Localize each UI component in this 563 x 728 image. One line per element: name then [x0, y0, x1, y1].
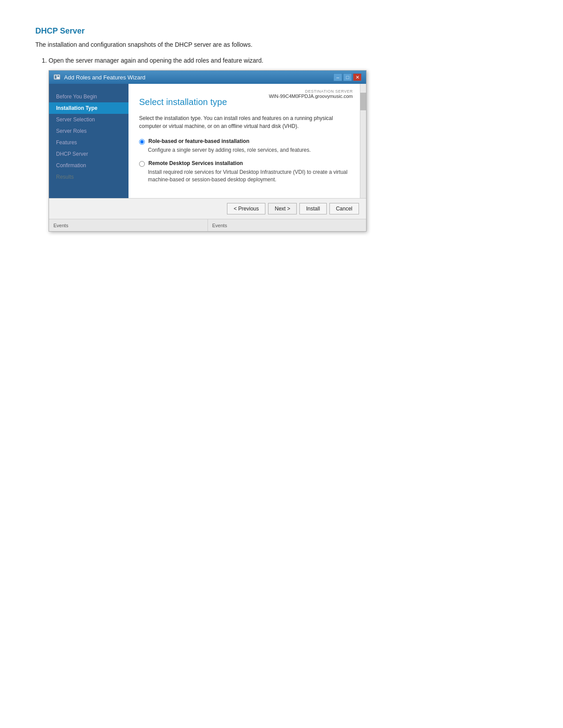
next-button[interactable]: Next >	[268, 203, 297, 214]
wizard-footer: < Previous Next > Install Cancel	[49, 198, 366, 219]
radio-role-based[interactable]	[139, 139, 145, 145]
step-item-1: Open the server manager again and openin…	[49, 57, 433, 232]
wizard-bottom-bar: Events Events	[49, 219, 366, 231]
bottom-cell-1: Events	[49, 219, 208, 231]
wizard-nav: Before You Begin Installation Type Serve…	[49, 84, 128, 198]
page-section: DHCP Server The installation and configu…	[35, 26, 433, 232]
bottom-cell-2: Events	[208, 219, 367, 231]
option-remote-desktop-desc: Install required role services for Virtu…	[148, 169, 349, 184]
option-role-based-row: Role-based or feature-based installation	[139, 138, 349, 145]
wizard-instruction: Select the installation type. You can in…	[139, 114, 349, 130]
option-role-based-desc: Configure a single server by adding role…	[148, 146, 349, 154]
wizard-content-area: DESTINATION SERVER WIN-99C4M0FPDJA.groov…	[128, 84, 366, 198]
install-button[interactable]: Install	[299, 203, 326, 214]
wizard-title: Add Roles and Features Wizard	[64, 74, 145, 81]
titlebar-controls: – □ ✕	[333, 73, 362, 81]
option-role-based-title: Role-based or feature-based installation	[148, 138, 249, 144]
wizard-window: Add Roles and Features Wizard – □ ✕ Befo…	[49, 70, 367, 232]
wizard-content: DESTINATION SERVER WIN-99C4M0FPDJA.groov…	[128, 84, 360, 198]
nav-item-results: Results	[49, 171, 128, 183]
option-role-based: Role-based or feature-based installation…	[139, 138, 349, 154]
close-button[interactable]: ✕	[353, 73, 362, 81]
section-description: The installation and configuration snaps…	[35, 41, 433, 48]
nav-item-server-roles[interactable]: Server Roles	[49, 125, 128, 137]
nav-item-features[interactable]: Features	[49, 137, 128, 148]
destination-server-name: WIN-99C4M0FPDJA.groovymusic.com	[269, 94, 353, 99]
wizard-icon	[53, 74, 60, 81]
cancel-button[interactable]: Cancel	[329, 203, 359, 214]
svg-rect-2	[57, 75, 59, 77]
maximize-button[interactable]: □	[343, 73, 352, 81]
nav-item-confirmation[interactable]: Confirmation	[49, 160, 128, 171]
option-remote-desktop: Remote Desktop Services installation Ins…	[139, 160, 349, 184]
wizard-body: Before You Begin Installation Type Serve…	[49, 84, 366, 198]
wizard-titlebar: Add Roles and Features Wizard – □ ✕	[49, 71, 366, 84]
scrollbar-thumb	[360, 93, 366, 110]
radio-remote-desktop[interactable]	[139, 161, 145, 167]
step-text-1: Open the server manager again and openin…	[49, 57, 433, 64]
section-title: DHCP Server	[35, 26, 433, 36]
destination-server-info: DESTINATION SERVER WIN-99C4M0FPDJA.groov…	[269, 89, 353, 99]
step-list: Open the server manager again and openin…	[49, 57, 433, 232]
minimize-button[interactable]: –	[333, 73, 342, 81]
previous-button[interactable]: < Previous	[227, 203, 265, 214]
nav-item-dhcp-server[interactable]: DHCP Server	[49, 148, 128, 160]
option-remote-desktop-title: Remote Desktop Services installation	[148, 160, 243, 166]
destination-label: DESTINATION SERVER	[269, 89, 353, 94]
option-remote-desktop-row: Remote Desktop Services installation	[139, 160, 349, 167]
svg-rect-1	[55, 75, 57, 79]
titlebar-left: Add Roles and Features Wizard	[53, 74, 145, 81]
nav-item-installation-type[interactable]: Installation Type	[49, 102, 128, 114]
nav-item-server-selection[interactable]: Server Selection	[49, 114, 128, 125]
wizard-scrollbar[interactable]	[360, 84, 366, 198]
nav-item-before-you-begin[interactable]: Before You Begin	[49, 91, 128, 102]
